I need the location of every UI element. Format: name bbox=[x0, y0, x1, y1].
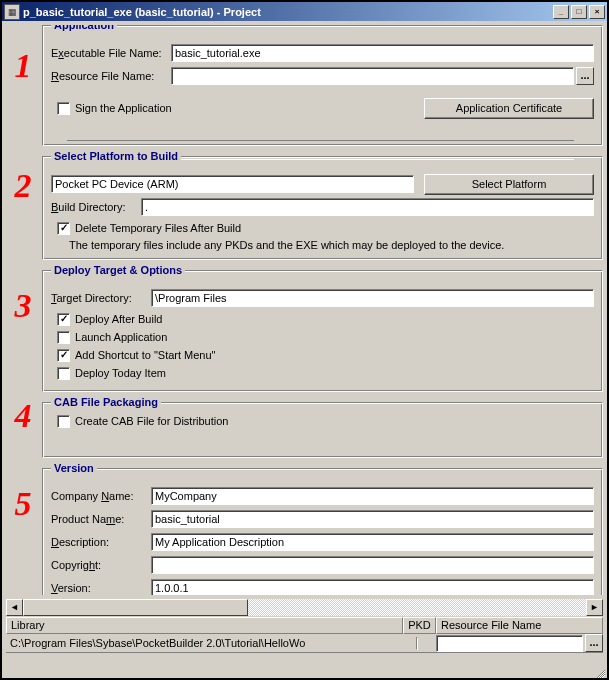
cell-library: C:\Program Files\Sybase\PocketBuilder 2.… bbox=[6, 636, 403, 650]
company-name-input[interactable] bbox=[151, 487, 594, 505]
group-cab: CAB File Packaging Create CAB File for D… bbox=[42, 402, 603, 458]
annotation-3: 3 bbox=[8, 287, 38, 325]
deploy-after-build-checkbox[interactable] bbox=[57, 313, 70, 326]
description-label: Description: bbox=[51, 536, 151, 548]
add-shortcut-checkbox[interactable] bbox=[57, 349, 70, 362]
library-table: Library PKD Resource File Name C:\Progra… bbox=[6, 617, 603, 655]
deploy-today-checkbox[interactable] bbox=[57, 367, 70, 380]
version-label: Version: bbox=[51, 582, 151, 594]
legend-application: Application bbox=[51, 25, 117, 31]
description-input[interactable] bbox=[151, 533, 594, 551]
copyright-input[interactable] bbox=[151, 556, 594, 574]
annotation-2: 2 bbox=[8, 167, 38, 205]
app-icon[interactable]: ▦ bbox=[4, 4, 20, 20]
scroll-track[interactable] bbox=[23, 599, 586, 616]
create-cab-checkbox[interactable] bbox=[57, 415, 70, 428]
resource-cell-input[interactable] bbox=[436, 635, 583, 652]
window-titlebar[interactable]: ▦ p_basic_tutorial_exe (basic_tutorial) … bbox=[2, 2, 607, 21]
product-name-label: Product Name: bbox=[51, 513, 151, 525]
legend-deploy: Deploy Target & Options bbox=[51, 264, 185, 276]
delete-temp-checkbox[interactable] bbox=[57, 222, 70, 235]
cell-pkd bbox=[403, 636, 436, 650]
build-directory-input[interactable] bbox=[141, 198, 594, 216]
version-input[interactable] bbox=[151, 579, 594, 595]
table-row[interactable]: C:\Program Files\Sybase\PocketBuilder 2.… bbox=[6, 634, 603, 653]
platform-value-input[interactable] bbox=[51, 175, 414, 193]
scroll-left-button[interactable]: ◄ bbox=[6, 599, 23, 616]
deploy-today-label: Deploy Today Item bbox=[75, 367, 166, 379]
legend-cab: CAB File Packaging bbox=[51, 396, 161, 408]
build-directory-label: Build Directory: bbox=[51, 201, 141, 213]
maximize-button[interactable]: □ bbox=[571, 5, 587, 19]
scroll-thumb[interactable] bbox=[23, 599, 248, 616]
window-title: p_basic_tutorial_exe (basic_tutorial) - … bbox=[23, 6, 551, 18]
target-directory-input[interactable] bbox=[151, 289, 594, 307]
product-name-input[interactable] bbox=[151, 510, 594, 528]
pkd-checkbox[interactable] bbox=[416, 637, 418, 650]
group-version: Version Company Name: Product Name: Desc… bbox=[42, 468, 603, 595]
target-directory-label: Target Directory: bbox=[51, 292, 151, 304]
annotation-5: 5 bbox=[8, 485, 38, 523]
deploy-after-build-label: Deploy After Build bbox=[75, 313, 162, 325]
col-library-header[interactable]: Library bbox=[6, 617, 403, 634]
exe-filename-input[interactable] bbox=[171, 44, 594, 62]
copyright-label: Copyright: bbox=[51, 559, 151, 571]
legend-platform: Select Platform to Build bbox=[51, 150, 181, 162]
sign-application-label: Sign the Application bbox=[75, 102, 172, 114]
horizontal-scrollbar[interactable]: ◄ ► bbox=[6, 599, 603, 616]
select-platform-button[interactable]: Select Platform bbox=[424, 174, 594, 195]
resource-browse-button[interactable]: ... bbox=[576, 67, 594, 85]
group-application: Application Executable File Name: Resour… bbox=[42, 25, 603, 146]
add-shortcut-label: Add Shortcut to "Start Menu" bbox=[75, 349, 216, 361]
col-pkd-header[interactable]: PKD bbox=[403, 617, 436, 634]
company-name-label: Company Name: bbox=[51, 490, 151, 502]
annotation-1: 1 bbox=[8, 47, 38, 85]
resize-grip-icon[interactable] bbox=[591, 664, 607, 680]
group-platform: Select Platform to Build Select Platform… bbox=[42, 156, 603, 260]
delete-temp-label: Delete Temporary Files After Build bbox=[75, 222, 241, 234]
create-cab-label: Create CAB File for Distribution bbox=[75, 415, 228, 427]
scroll-right-button[interactable]: ► bbox=[586, 599, 603, 616]
delete-temp-note: The temporary files include any PKDs and… bbox=[69, 239, 594, 251]
exe-filename-label: Executable File Name: bbox=[51, 47, 171, 59]
resource-filename-input[interactable] bbox=[171, 67, 574, 85]
close-button[interactable]: × bbox=[589, 5, 605, 19]
annotation-4: 4 bbox=[8, 397, 38, 435]
resource-cell-browse-button[interactable]: ... bbox=[585, 634, 603, 652]
group-deploy: Deploy Target & Options Target Directory… bbox=[42, 270, 603, 392]
launch-application-label: Launch Application bbox=[75, 331, 167, 343]
minimize-button[interactable]: _ bbox=[553, 5, 569, 19]
legend-version: Version bbox=[51, 462, 97, 474]
sign-application-checkbox[interactable] bbox=[57, 102, 70, 115]
col-resource-header[interactable]: Resource File Name bbox=[436, 617, 603, 634]
resource-filename-label: Resource File Name: bbox=[51, 70, 171, 82]
launch-application-checkbox[interactable] bbox=[57, 331, 70, 344]
application-certificate-button[interactable]: Application Certificate bbox=[424, 98, 594, 119]
